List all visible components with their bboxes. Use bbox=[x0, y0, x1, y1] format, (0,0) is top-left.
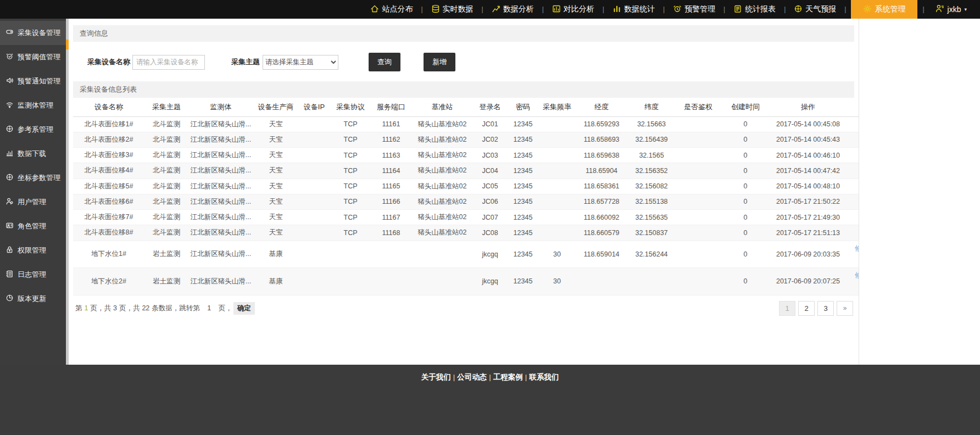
footer-link-关于我们[interactable]: 关于我们 bbox=[421, 373, 451, 381]
table-cell bbox=[628, 268, 675, 295]
sidebar-scrollbar-thumb[interactable] bbox=[66, 40, 69, 49]
table-cell: 0 bbox=[721, 132, 770, 147]
nav-item-数据统计[interactable]: 数据统计 bbox=[609, 0, 658, 19]
table-row: 北斗表面位移7#北斗监测江北新区猪头山滑...天宝TCP11167猪头山基准站0… bbox=[73, 210, 859, 225]
chart-growth-icon bbox=[492, 4, 500, 15]
table-cell: 天宝 bbox=[253, 225, 298, 241]
table-cell: 12345 bbox=[507, 132, 539, 147]
pager-page-button-3[interactable]: 3 bbox=[817, 301, 834, 316]
user-menu[interactable]: jxkb▾ bbox=[929, 4, 972, 15]
sidebar-item-预警阈值管理[interactable]: 预警阈值管理 bbox=[0, 45, 69, 69]
sidebar-item-label: 参考系管理 bbox=[18, 125, 53, 135]
sidebar-item-坐标参数管理[interactable]: 坐标参数管理 bbox=[0, 166, 69, 190]
sidebar-item-日志管理[interactable]: 日志管理 bbox=[0, 263, 69, 287]
footer-link-公司动态[interactable]: 公司动态 bbox=[457, 373, 487, 381]
nav-separator: | bbox=[784, 5, 786, 13]
table-cell: 猪头山基准站02 bbox=[411, 179, 473, 194]
table-cell: 2017-06-09 20:07:25 bbox=[770, 268, 847, 295]
column-header-服务端口: 服务端口 bbox=[371, 98, 411, 116]
table-cell bbox=[675, 194, 721, 209]
table-cell: 12345 bbox=[507, 116, 539, 132]
nav-item-对比分析[interactable]: 对比分析 bbox=[549, 0, 598, 19]
nav-item-预警管理[interactable]: 预警管理 bbox=[670, 0, 719, 19]
total-records: 22 bbox=[142, 304, 149, 312]
nav-item-统计报表[interactable]: 统计报表 bbox=[730, 0, 779, 19]
nav-item-实时数据[interactable]: 实时数据 bbox=[428, 0, 477, 19]
table-cell: 岩土监测 bbox=[144, 241, 188, 268]
compass-icon bbox=[794, 4, 803, 15]
table-cell bbox=[675, 148, 721, 163]
search-button[interactable]: 查询 bbox=[369, 53, 400, 71]
nav-item-label: 数据统计 bbox=[624, 4, 655, 14]
row-actions: 修改删除 bbox=[847, 179, 859, 194]
top-navigation-bar: 站点分布|实时数据|数据分析|对比分析|数据统计|预警管理|统计报表|天气预报|… bbox=[0, 0, 980, 19]
table-cell bbox=[298, 132, 330, 147]
table-cell: 118.659014 bbox=[575, 241, 628, 268]
table-cell bbox=[330, 268, 371, 295]
footer-link-联系我们[interactable]: 联系我们 bbox=[529, 373, 559, 381]
table-cell: 0 bbox=[721, 210, 770, 225]
pager-page-button-2[interactable]: 2 bbox=[798, 301, 815, 316]
footer-link-工程案例[interactable]: 工程案例 bbox=[493, 373, 523, 381]
nav-item-站点分布[interactable]: 站点分布 bbox=[367, 0, 416, 19]
table-cell bbox=[539, 148, 575, 163]
column-header-创建时间: 创建时间 bbox=[721, 98, 770, 116]
sidebar-item-预警通知管理[interactable]: 预警通知管理 bbox=[0, 69, 69, 93]
table-cell: 32.156439 bbox=[628, 132, 675, 147]
table-cell: 32.156244 bbox=[628, 241, 675, 268]
add-button[interactable]: 新增 bbox=[424, 53, 455, 71]
table-cell bbox=[411, 268, 473, 295]
column-header-是否鉴权: 是否鉴权 bbox=[675, 98, 721, 116]
sidebar-item-label: 监测体管理 bbox=[18, 101, 53, 110]
table-cell: 北斗表面位移8# bbox=[73, 225, 144, 241]
nav-item-天气预报[interactable]: 天气预报 bbox=[790, 0, 839, 19]
table-cell: 北斗表面位移4# bbox=[73, 163, 144, 179]
device-name-label: 采集设备名称 bbox=[87, 57, 130, 67]
sidebar-item-用户管理[interactable]: 用户管理 bbox=[0, 190, 69, 214]
column-header-纬度: 纬度 bbox=[628, 98, 675, 116]
sidebar-item-角色管理[interactable]: 角色管理 bbox=[0, 214, 69, 238]
action-link-修改[interactable]: 修改 bbox=[855, 243, 859, 254]
home-icon bbox=[370, 4, 379, 15]
table-cell bbox=[675, 225, 721, 241]
sidebar-item-权限管理[interactable]: 权限管理 bbox=[0, 238, 69, 263]
table-cell: 118.658693 bbox=[575, 132, 628, 147]
table-cell: 2017-05-17 21:51:13 bbox=[770, 225, 847, 241]
table-cell bbox=[298, 179, 330, 194]
table-cell: 118.659293 bbox=[575, 116, 628, 132]
table-cell: JC04 bbox=[473, 163, 507, 179]
nav-item-系统管理[interactable]: 系统管理 bbox=[851, 0, 917, 19]
sidebar-item-参考系管理[interactable]: 参考系管理 bbox=[0, 118, 69, 142]
nav-item-label: 对比分析 bbox=[564, 4, 594, 14]
pager-next-button[interactable]: » bbox=[837, 301, 853, 316]
sidebar-item-监测体管理[interactable]: 监测体管理 bbox=[0, 93, 69, 118]
table-cell: 北斗监测 bbox=[144, 132, 188, 147]
sidebar-item-采集设备管理[interactable]: 采集设备管理 bbox=[0, 21, 69, 45]
table-cell bbox=[539, 210, 575, 225]
table-cell bbox=[675, 132, 721, 147]
current-page-number: 1 bbox=[85, 304, 88, 312]
column-header-采集主题: 采集主题 bbox=[144, 98, 188, 116]
jump-page-input[interactable] bbox=[201, 304, 218, 312]
table-cell: 2017-05-14 00:45:43 bbox=[770, 132, 847, 147]
total-pages: 3 bbox=[113, 304, 117, 312]
topic-select[interactable]: 请选择采集主题 bbox=[263, 55, 338, 70]
table-cell: 32.156352 bbox=[628, 163, 675, 179]
table-cell: 12345 bbox=[507, 268, 539, 295]
action-link-修改[interactable]: 修改 bbox=[855, 270, 859, 281]
column-header-设备名称: 设备名称 bbox=[73, 98, 144, 116]
table-cell: 天宝 bbox=[253, 116, 298, 132]
sidebar-item-版本更新[interactable]: 版本更新 bbox=[0, 287, 69, 311]
nav-item-数据分析[interactable]: 数据分析 bbox=[488, 0, 537, 19]
device-name-input[interactable] bbox=[132, 55, 205, 70]
table-row: 北斗表面位移5#北斗监测江北新区猪头山滑...天宝TCP11165猪头山基准站0… bbox=[73, 179, 859, 194]
sidebar-item-数据下载[interactable]: 数据下载 bbox=[0, 142, 69, 166]
pager-page-button-1[interactable]: 1 bbox=[779, 301, 795, 316]
target-icon bbox=[5, 125, 14, 135]
sidebar-scrollbar[interactable] bbox=[66, 19, 69, 365]
table-cell: 118.659638 bbox=[575, 148, 628, 163]
gear-icon bbox=[863, 4, 872, 15]
main-content: 查询信息 采集设备名称 采集主题 请选择采集主题 查询 新增 采集设备信息列表 … bbox=[69, 19, 859, 365]
jump-confirm-button[interactable]: 确定 bbox=[233, 302, 255, 315]
table-cell: TCP bbox=[330, 225, 371, 241]
